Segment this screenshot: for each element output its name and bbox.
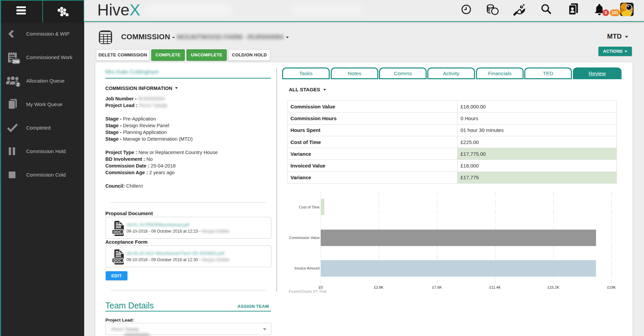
svg-text:DOC: DOC <box>113 258 122 262</box>
svg-text:DOC: DOC <box>113 230 122 234</box>
